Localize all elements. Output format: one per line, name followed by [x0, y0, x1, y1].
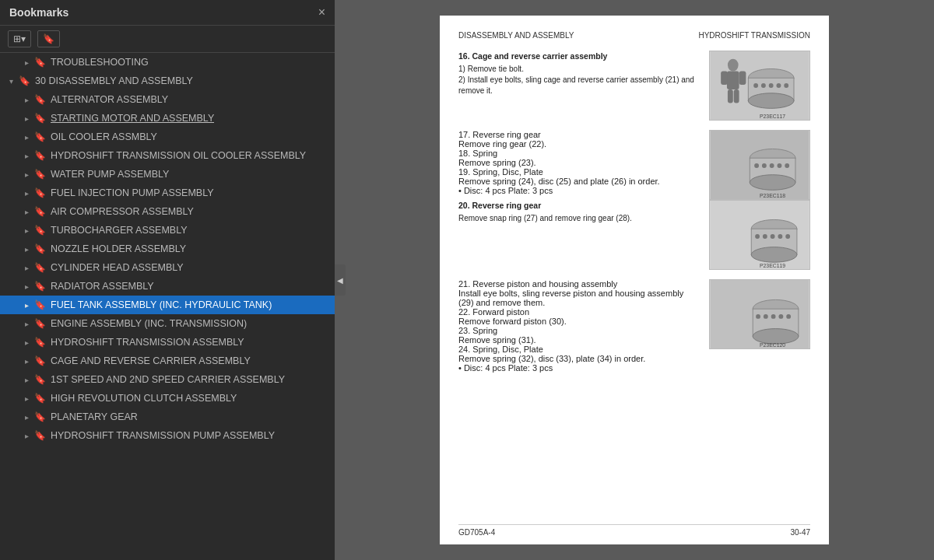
chevron-icon: ▸ — [22, 432, 31, 440]
bookmark-item-starting-motor[interactable]: ▸🔖STARTING MOTOR AND ASSEMBLY — [0, 109, 335, 128]
chevron-icon: ▸ — [22, 301, 31, 310]
bookmark-label: FUEL INJECTION PUMP ASSEMBLY — [51, 187, 214, 198]
bookmark-button[interactable]: 🔖 — [37, 30, 60, 47]
bookmark-label: FUEL TANK ASSEMBLY (INC. HYDRAULIC TANK) — [51, 299, 272, 310]
section-title: 18. Spring — [458, 149, 700, 158]
bookmark-item-1st-2nd-speed[interactable]: ▸🔖1ST SPEED AND 2ND SPEED CARRIER ASSEMB… — [0, 370, 335, 389]
svg-point-29 — [751, 247, 797, 263]
svg-rect-5 — [728, 89, 733, 103]
page-footer: GD705A-4 30-47 — [458, 524, 810, 537]
section-step: Remove spring (31). — [458, 335, 700, 345]
bookmark-item-high-revolution[interactable]: ▸🔖HIGH REVOLUTION CLUTCH ASSEMBLY — [0, 389, 335, 408]
bookmark-item-30-disassembly[interactable]: ▾🔖30 DISASSEMBLY AND ASSEMBLY — [0, 72, 335, 90]
chevron-icon: ▸ — [22, 114, 31, 123]
bookmark-label: HYDROSHIFT TRANSMISSION PUMP ASSEMBLY — [51, 430, 275, 441]
svg-point-40 — [756, 314, 760, 319]
svg-text:P23EC120: P23EC120 — [760, 342, 785, 348]
bookmark-icon: 🔖 — [34, 169, 46, 180]
doc-section-group: 17. Reverse ring gearRemove ring gear (2… — [458, 130, 810, 200]
bookmark-icon: 🔖 — [34, 355, 46, 366]
bookmark-item-engine-assembly[interactable]: ▸🔖ENGINE ASSEMBLY (INC. TRANSMISSION) — [0, 314, 335, 333]
section-title: 20. Reverse ring gear — [458, 200, 700, 212]
bookmark-icon: 🔖 — [34, 393, 46, 404]
bookmark-label: STARTING MOTOR AND ASSEMBLY — [51, 113, 214, 124]
section-image: P23EC118 — [709, 130, 810, 200]
bookmark-item-air-compressor[interactable]: ▸🔖AIR COMPRESSOR ASSEMBLY — [0, 202, 335, 221]
header-right: HYDROSHIFT TRANSMISSION — [698, 31, 810, 40]
section-step: 2) Install eye bolts, sling cage and rev… — [458, 75, 700, 96]
sidebar: Bookmarks × ⊞▾ 🔖 ▸🔖TROUBLESHOOTING▾🔖30 D… — [0, 0, 335, 560]
svg-point-22 — [770, 163, 774, 168]
chevron-icon: ▸ — [22, 96, 31, 104]
section-title: 23. Spring — [458, 326, 700, 335]
bookmark-item-water-pump[interactable]: ▸🔖WATER PUMP ASSEMBLY — [0, 165, 335, 184]
doc-section: 20. Reverse ring gearRemove snap ring (2… — [458, 200, 810, 270]
collapse-sidebar-tab[interactable]: ◀ — [335, 264, 346, 296]
bookmark-icon: 🔖 — [34, 225, 46, 236]
bookmark-item-fuel-tank[interactable]: ▸🔖FUEL TANK ASSEMBLY (INC. HYDRAULIC TAN… — [0, 296, 335, 314]
bookmark-item-radiator[interactable]: ▸🔖RADIATOR ASSEMBLY — [0, 277, 335, 296]
svg-point-30 — [755, 234, 760, 239]
svg-point-31 — [763, 234, 767, 239]
chevron-icon: ▸ — [22, 338, 31, 347]
section-title: 24. Spring, Disc, Plate — [458, 345, 700, 354]
chevron-icon: ▸ — [22, 413, 31, 422]
svg-rect-3 — [721, 71, 728, 85]
section-image: P23EC117 — [709, 51, 810, 121]
svg-point-42 — [771, 314, 776, 319]
chevron-icon: ▸ — [22, 394, 31, 403]
bookmark-item-cylinder-head[interactable]: ▸🔖CYLINDER HEAD ASSEMBLY — [0, 258, 335, 277]
bookmark-item-hydroshift-pump[interactable]: ▸🔖HYDROSHIFT TRANSMISSION PUMP ASSEMBLY — [0, 426, 335, 445]
bookmark-item-troubleshooting[interactable]: ▸🔖TROUBLESHOOTING — [0, 53, 335, 72]
bookmark-label: NOZZLE HOLDER ASSEMBLY — [51, 243, 186, 254]
bookmark-item-planetary-gear[interactable]: ▸🔖PLANETARY GEAR — [0, 408, 335, 426]
bookmark-icon: 🔖 — [19, 75, 30, 86]
chevron-icon: ▾ — [6, 77, 16, 86]
bookmark-icon: 🔖 — [34, 299, 46, 310]
bookmark-icon: 🔖 — [34, 113, 46, 124]
bookmark-label: AIR COMPRESSOR ASSEMBLY — [51, 206, 194, 217]
chevron-icon: ▸ — [22, 133, 31, 142]
svg-rect-6 — [734, 89, 739, 103]
svg-point-43 — [778, 314, 783, 319]
svg-point-34 — [785, 234, 790, 239]
svg-point-9 — [748, 93, 794, 109]
svg-point-41 — [764, 314, 768, 319]
svg-text:P23EC117: P23EC117 — [760, 114, 785, 119]
bookmark-item-oil-cooler[interactable]: ▸🔖OIL COOLER ASSMBLY — [0, 128, 335, 146]
svg-text:P23EC119: P23EC119 — [760, 263, 785, 268]
section-step: Remove ring gear (22). — [458, 139, 700, 149]
bookmark-item-cage-reverse[interactable]: ▸🔖CAGE AND REVERSE CARRIER ASSEMBLY — [0, 352, 335, 370]
svg-rect-2 — [727, 71, 739, 89]
sidebar-title: Bookmarks — [9, 6, 68, 19]
bookmark-item-hydroshift-oil[interactable]: ▸🔖HYDROSHIFT TRANSMISSION OIL COOLER ASS… — [0, 146, 335, 165]
bookmark-icon: 🔖 — [34, 374, 46, 385]
svg-point-19 — [750, 175, 795, 191]
view-toggle-button[interactable]: ⊞▾ — [8, 30, 31, 47]
bookmark-item-fuel-injection[interactable]: ▸🔖FUEL INJECTION PUMP ASSEMBLY — [0, 184, 335, 202]
bookmark-item-hydroshift-trans[interactable]: ▸🔖HYDROSHIFT TRANSMISSION ASSEMBLY — [0, 333, 335, 352]
bookmark-item-nozzle-holder[interactable]: ▸🔖NOZZLE HOLDER ASSEMBLY — [0, 240, 335, 258]
section-group-text: 21. Reverse piston and housing assemblyI… — [458, 279, 700, 373]
bookmark-label: CYLINDER HEAD ASSEMBLY — [51, 262, 184, 273]
section-title: 21. Reverse piston and housing assembly — [458, 279, 700, 289]
section-group-text: 17. Reverse ring gearRemove ring gear (2… — [458, 130, 700, 200]
svg-point-44 — [786, 314, 791, 319]
bookmark-icon: 🔖 — [34, 57, 46, 68]
section-title: 19. Spring, Disc, Plate — [458, 167, 700, 177]
bookmark-icon: 🔖 — [34, 411, 46, 422]
bookmark-label: RADIATOR ASSEMBLY — [51, 281, 154, 292]
page-header: DISASSEMBLY AND ASSEMBLY HYDROSHIFT TRAN… — [458, 31, 810, 40]
chevron-icon: ▸ — [22, 320, 31, 328]
main-content: DISASSEMBLY AND ASSEMBLY HYDROSHIFT TRAN… — [335, 0, 934, 560]
svg-point-11 — [761, 83, 766, 88]
bookmark-item-alternator[interactable]: ▸🔖ALTERNATOR ASSEMBLY — [0, 90, 335, 109]
sidebar-close-button[interactable]: × — [318, 6, 325, 19]
svg-point-13 — [777, 83, 781, 88]
page-viewer: DISASSEMBLY AND ASSEMBLY HYDROSHIFT TRAN… — [335, 0, 934, 560]
bookmark-label: ENGINE ASSEMBLY (INC. TRANSMISSION) — [51, 318, 247, 329]
svg-text:P23EC118: P23EC118 — [760, 193, 785, 198]
sidebar-list[interactable]: ▸🔖TROUBLESHOOTING▾🔖30 DISASSEMBLY AND AS… — [0, 53, 335, 560]
bookmark-item-turbocharger[interactable]: ▸🔖TURBOCHARGER ASSEMBLY — [0, 221, 335, 240]
section-step: Install eye bolts, sling reverse piston … — [458, 289, 700, 307]
